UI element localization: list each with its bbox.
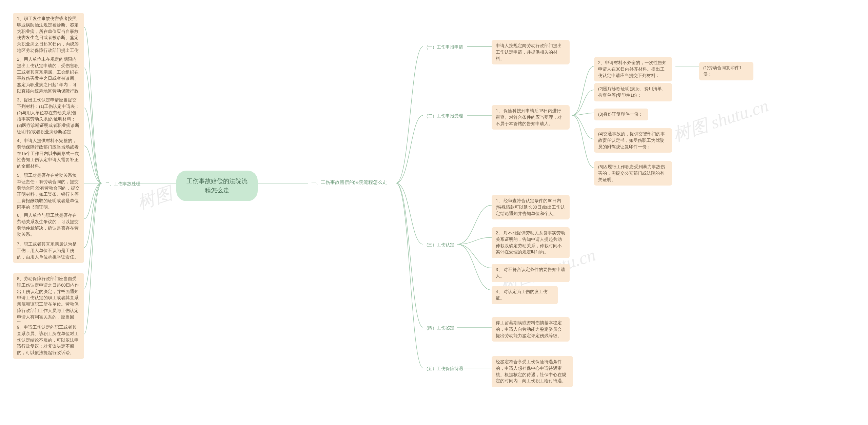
watermark: 树图 shutu.cn: [670, 94, 771, 147]
left-item-5: 5、职工对是否存在劳动关系负举证责任：有劳动合同的，提交劳动合同;没有劳动合同的…: [13, 170, 84, 213]
section-2-sub-d: (4)交通事故的，提供交警部门的事故责任认定书，如受伤职工为驾驶员的附驾驶证复印…: [594, 128, 672, 153]
section-3-d: 4、 对认定为工伤的发工伤证。: [492, 286, 558, 304]
left-item-9: 9、申请工伤认定的职工或者其直系亲属、该职工所在单位对工伤认定结论不服的，可以依…: [13, 322, 84, 359]
branch-left-main[interactable]: 二、工伤事故处理: [102, 179, 144, 189]
section-2-sub-e: (5)因履行工作职责受到暴力事故伤害的，需提交公安部门或法院的有关证明。: [594, 161, 672, 186]
left-item-6: 6、用人单位与职工就是否存在劳动关系发生争议的，可以提交劳动仲裁解决，确认是否存…: [13, 210, 84, 240]
section-3-b: 2、 对不能提供劳动关系货事实劳动关系证明的，告知申请人提起劳动仲裁以确定劳动关…: [492, 227, 570, 258]
section-3-title[interactable]: (三）工伤认定: [423, 240, 458, 250]
section-4-leaf: 停工留薪期满或资料伤情基本稳定的，申请人向劳动能力鉴定委员会提出劳动能力鉴定评定…: [492, 317, 570, 342]
section-2-title[interactable]: (二）工伤申报受理: [423, 111, 467, 121]
section-2-sub-a: (1)劳动合同复印件1份；: [699, 62, 753, 80]
section-1-title[interactable]: (一）工伤申报申请: [423, 42, 467, 52]
branch-right-main[interactable]: 一、工伤事故赔偿的法院流程怎么走: [308, 177, 396, 187]
section-4-title[interactable]: (四）工伤鉴定: [423, 323, 458, 333]
section-2-leaf2: 2、申请材料不齐全的，一次性告知申请人在30日内补齐材料。提出工伤认定申请应当提…: [594, 57, 672, 81]
section-2-leaf1: 1、 保险科接到申请后15日内进行审查。对符合条件的应当受理，对不属于本管辖的告…: [492, 105, 570, 130]
section-5-leaf: 经鉴定符合享受工伤保险待遇条件的，申请人想社保中心申请待遇审核。根据核定的待遇，…: [492, 356, 573, 387]
left-item-7: 7、职工或者其直系亲属认为是工伤，用人单位不认为是工伤的，由用人单位承担举证责任…: [13, 238, 84, 263]
section-2-sub-b: (2)医疗诊断证明(病历、费用清单、检查单等)复印件1份；: [594, 83, 672, 101]
root-node[interactable]: 工伤事故赔偿的法院流程怎么走: [176, 171, 258, 201]
section-2-sub-c: (3)身份证复印件一份；: [594, 109, 648, 120]
section-1-leaf: 申请人按规定向劳动行政部门提出工伤认定申请，并提供相关的材料。: [492, 40, 570, 64]
left-item-4: 4、申请人提供材料不完整的，劳动保障行政部门应当当场或者在15个工作日内以书面形…: [13, 135, 84, 172]
section-5-title[interactable]: (五）工伤保险待遇: [423, 364, 467, 373]
section-3-c: 3、 对不符合认定条件的要告知申请人。: [492, 264, 570, 282]
section-3-a: 1、 经审查符合认定条件的60日内(特殊情款可以延长30日)做出工伤认定结论通知…: [492, 195, 570, 219]
left-item-8: 8、劳动保障行政部门应当自受理工伤认定申请之日起60日内作出工伤认定的决定，并书…: [13, 273, 84, 329]
